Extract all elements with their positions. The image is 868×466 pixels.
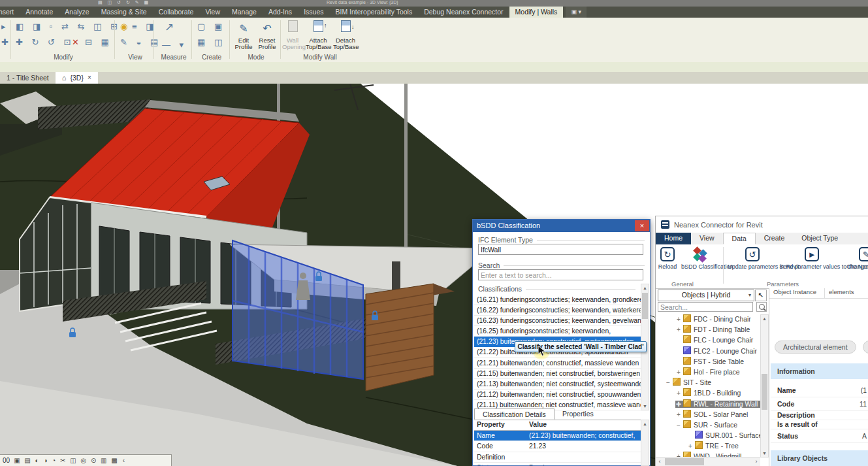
table-row-name[interactable]: Name (21.23) buitenwanden; constructief, [474,431,641,442]
classification-item[interactable]: (21.13) buitenwanden; niet constructief,… [474,379,641,390]
create-icons-row2[interactable]: ▦ ◫ [197,37,225,47]
tree-node-label[interactable]: FLC - Lounge Chair [694,337,753,344]
tree-node-label[interactable]: FST - Side Table [694,358,744,365]
tree-node-label[interactable]: Hol - Fire place [694,369,739,376]
tree-node-label[interactable]: RWL - Retaining Wall [694,401,758,408]
classification-item[interactable]: (21.15) buitenwanden; niet constructief,… [474,369,641,379]
expand-icon[interactable]: + [675,388,682,399]
tree-node-label[interactable]: FDT - Dining Table [694,326,750,333]
tab-add-ins[interactable]: Add-Ins [263,7,298,18]
expand-icon[interactable]: + [675,325,682,335]
dialog-title-bar[interactable]: bSDD Classification × [473,220,650,232]
tab-massing-site[interactable]: Massing & Site [95,7,153,18]
tree-node[interactable]: +FDC - Dining Chair [656,314,760,325]
tab-insert[interactable]: Insert [0,7,20,18]
pill-architectural-element[interactable]: Architectural element [775,341,856,354]
expand-icon[interactable]: + [675,367,682,378]
create-icons-row1[interactable]: ▢ ▣ [197,22,225,31]
objects-hybrid-dropdown[interactable]: Objects | Hybrid ▾ [658,290,754,301]
collapse-icon[interactable]: − [665,378,671,388]
edit-profile-button[interactable]: ✎ Edit Profile [233,20,255,50]
tree-search-input[interactable] [658,302,753,312]
classification-item[interactable]: (16.23) funderingsconstructies; keerwand… [474,316,641,326]
bsdd-classification-button[interactable]: bSDD Classification [681,244,719,270]
table-row-status[interactable]: Status Preview [474,463,641,465]
lightbulb-icon[interactable]: ◉ [120,22,131,31]
tree-node-label[interactable]: FDC - Dining Chair [694,316,751,323]
tree-node[interactable]: SUR.001 - Surface [656,431,760,441]
neanex-tab-home[interactable]: Home [656,233,691,244]
reload-button[interactable]: ↻ Reload [656,244,679,270]
view-tab-title-sheet[interactable]: 1 - Title Sheet [0,72,56,84]
tab-view[interactable]: View [199,7,226,18]
tree-node-label[interactable]: 1BLD - Building [694,390,741,397]
tree-node-selected[interactable]: ✚RWL - Retaining Wall [656,399,760,410]
measure-dropdown-icon[interactable]: — ▾ [162,40,187,50]
tree-vertical-scrollbar[interactable]: ▲ ▼ [760,314,769,458]
tree-horizontal-scrollbar[interactable]: ‹ › [656,457,760,466]
reset-profile-button[interactable]: ↶ Reset Profile [256,20,278,50]
update-parameters-button[interactable]: ↺ Update parameters in Revit [728,244,777,270]
delete-icon[interactable]: ✕ [72,37,82,47]
tree-node-label[interactable]: SOL - Solar Panel [694,411,748,418]
tree-node[interactable]: +Hol - Fire place [656,367,760,378]
tree-node[interactable]: −SUR - Surface [656,420,760,431]
classification-item[interactable]: (21.21) buitenwanden; constructief, mass… [474,358,641,369]
attach-top-base-button[interactable]: Attach Top/Base [306,20,330,50]
view-tab-3d[interactable]: ⌂ {3D} × [56,72,98,84]
library-objects-section-header[interactable]: Library Objects [771,450,868,466]
detach-top-base-button[interactable]: Detach Top/Base [333,20,358,50]
select-tool-icon[interactable]: ▸ [1,22,9,31]
send-parameters-button[interactable]: ► Send parameter values to the Neanex Po… [779,244,844,270]
close-view-icon[interactable]: × [88,72,91,84]
tree-node[interactable]: +SOL - Solar Panel [656,410,760,420]
object-instance-label[interactable]: Object Instance [769,288,825,298]
expand-icon[interactable]: + [675,410,682,420]
tree-node[interactable]: +1BLD - Building [656,388,760,399]
tree-node-label[interactable]: SUR - Surface [694,422,737,429]
tree-node-label[interactable]: TRE - Tree [705,442,739,450]
ribbon-display-toggle[interactable]: ▣ ▾ [566,7,587,18]
tree-node[interactable]: FST - Side Table [656,357,760,367]
collapse-arrow-icon[interactable]: ‹ [123,457,126,464]
tab-collaborate[interactable]: Collaborate [153,7,200,18]
classification-item[interactable]: (16.22) funderingsconstructies; keerwand… [474,305,641,316]
tree-node[interactable]: +FDT - Dining Table [656,325,760,335]
tab-manage[interactable]: Manage [226,7,263,18]
expand-icon[interactable]: + [675,314,682,325]
pill-as-designed[interactable]: As d [863,341,868,354]
tab-bim-interop[interactable]: BIM Interoperability Tools [329,7,418,18]
classification-item[interactable]: (16.25) funderingsconstructies; keerwand… [474,326,641,337]
neanex-tab-view[interactable]: View [691,233,723,244]
tab-properties[interactable]: Properties [555,408,602,420]
information-section-header[interactable]: Information [771,363,868,379]
tree-node-label[interactable]: FLC2 - Lounge Chair [694,348,757,355]
table-row-definition[interactable]: Definition [474,452,641,463]
scale-indicator[interactable]: 00 [3,457,10,464]
neanex-title-bar[interactable]: Neanex Connector for Revit [656,216,868,233]
collapse-icon[interactable]: − [675,420,682,431]
tree-node[interactable]: −SIT - Site [656,378,760,388]
change-codes-button[interactable]: ✎ Change All Codes/Names [846,244,868,270]
ifc-element-type-field[interactable] [478,244,643,255]
tree-node[interactable]: +TRE - Tree [656,441,760,452]
elements-label[interactable]: elements [825,288,854,298]
tab-debug-neanex[interactable]: Debug Neanex Connector [418,7,509,18]
tab-classification-details[interactable]: Classification Details [474,408,555,420]
neanex-tab-create[interactable]: Create [756,233,794,244]
modify-icons-row2[interactable]: ✚ ↻ ↺ ⊡ [16,37,74,47]
modify-icons-row1[interactable]: ◧ ◨ ▫ ⇄ ⇆ ◫ ⊞ [16,22,121,31]
neanex-tab-object-type[interactable]: Object Type [793,233,846,244]
tab-modify-walls[interactable]: Modify | Walls [509,7,564,18]
view-control-icons[interactable]: ▣ ▤ ◐ ◑ ◔ ✂ ◫ ◎ ⊙ ▥ ▩ [14,457,119,464]
measure-icon[interactable]: ↗ [165,20,177,34]
classification-item[interactable]: (21.12) buitenwanden; niet constructief,… [474,390,641,400]
tree-node-label[interactable]: SUR.001 - Surface [705,432,760,439]
tab-annotate[interactable]: Annotate [20,7,59,18]
tab-issues[interactable]: Issues [298,7,329,18]
tree-node[interactable]: FLC - Lounge Chair [656,335,760,346]
tree-node[interactable]: FLC2 - Lounge Chair [656,346,760,357]
modify-icons-row3[interactable]: ⊟ ▦ [85,37,112,47]
table-row-code[interactable]: Code 21.23 [474,441,641,452]
classification-item[interactable]: (16.21) funderingsconstructies; keerwand… [474,295,641,305]
